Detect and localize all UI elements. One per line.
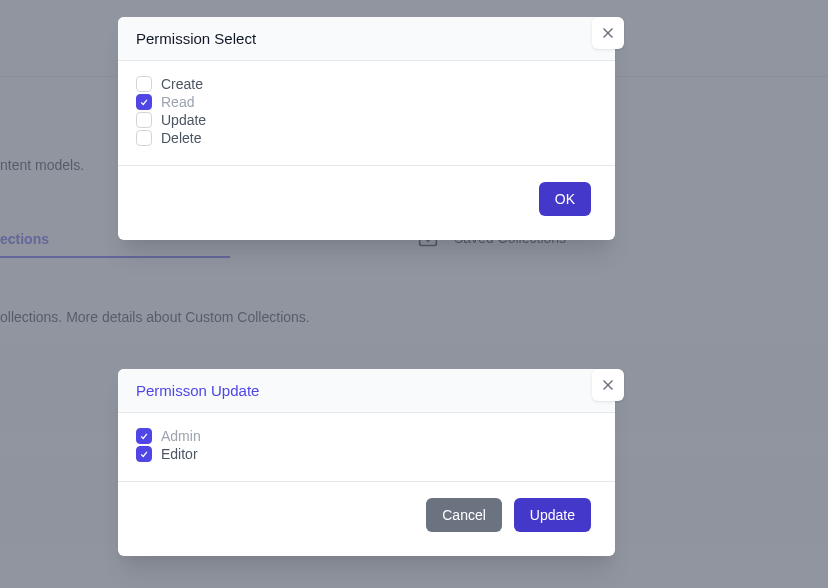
close-button[interactable]: [592, 369, 624, 401]
modal-footer: OK: [118, 166, 615, 240]
modal-title: Permisson Update: [136, 382, 597, 399]
checkbox-create[interactable]: [136, 76, 152, 92]
close-button[interactable]: [592, 17, 624, 49]
close-icon: [599, 376, 617, 394]
checkbox-label: Update: [161, 112, 206, 128]
checkbox-editor[interactable]: [136, 446, 152, 462]
update-button[interactable]: Update: [514, 498, 591, 532]
checkbox-label: Editor: [161, 446, 198, 462]
option-admin[interactable]: Admin: [136, 427, 597, 445]
checkbox-admin[interactable]: [136, 428, 152, 444]
option-update[interactable]: Update: [136, 111, 597, 129]
cancel-button[interactable]: Cancel: [426, 498, 502, 532]
checkbox-label: Admin: [161, 428, 201, 444]
checkbox-label: Read: [161, 94, 194, 110]
checkbox-label: Delete: [161, 130, 201, 146]
modal-body: Create Read Update Delete: [118, 61, 615, 166]
permission-select-modal: Permission Select Create Read Update Del…: [118, 17, 615, 240]
option-read[interactable]: Read: [136, 93, 597, 111]
option-create[interactable]: Create: [136, 75, 597, 93]
checkbox-update[interactable]: [136, 112, 152, 128]
permission-update-modal: Permisson Update Admin Editor Cancel Upd…: [118, 369, 615, 556]
modal-body: Admin Editor: [118, 413, 615, 482]
checkbox-label: Create: [161, 76, 203, 92]
modal-footer: Cancel Update: [118, 482, 615, 556]
modal-title: Permission Select: [136, 30, 597, 47]
checkbox-delete[interactable]: [136, 130, 152, 146]
modal-header: Permission Select: [118, 17, 615, 61]
checkbox-read[interactable]: [136, 94, 152, 110]
ok-button[interactable]: OK: [539, 182, 591, 216]
option-editor[interactable]: Editor: [136, 445, 597, 463]
option-delete[interactable]: Delete: [136, 129, 597, 147]
close-icon: [599, 24, 617, 42]
modal-header: Permisson Update: [118, 369, 615, 413]
